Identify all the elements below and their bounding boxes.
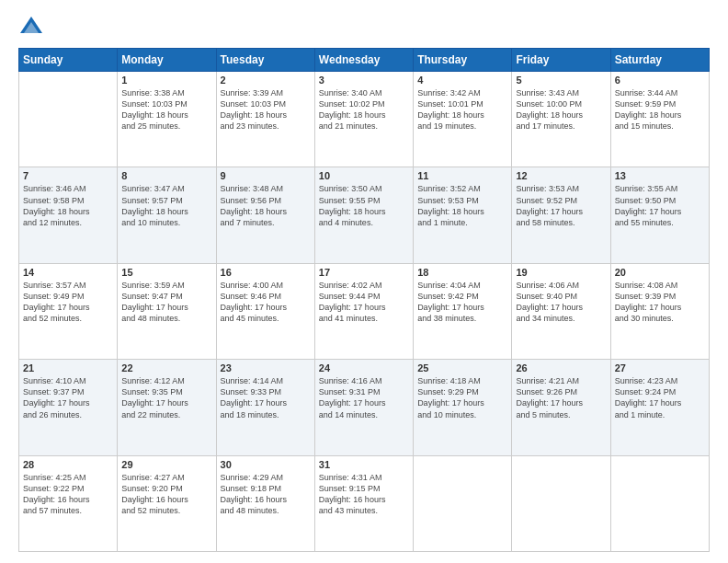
day-info: Sunrise: 3:47 AM Sunset: 9:57 PM Dayligh…: [121, 183, 211, 228]
day-info: Sunrise: 4:04 AM Sunset: 9:42 PM Dayligh…: [417, 280, 507, 325]
day-info: Sunrise: 4:21 AM Sunset: 9:26 PM Dayligh…: [516, 375, 606, 420]
day-number: 13: [615, 170, 705, 181]
day-number: 10: [319, 170, 409, 181]
day-number: 6: [615, 75, 705, 86]
day-number: 2: [221, 75, 311, 86]
calendar-day-cell: 14Sunrise: 3:57 AM Sunset: 9:49 PM Dayli…: [19, 263, 118, 359]
day-number: 23: [221, 362, 311, 373]
day-number: 30: [221, 459, 311, 470]
day-info: Sunrise: 3:39 AM Sunset: 10:03 PM Daylig…: [221, 87, 311, 132]
calendar-day-cell: 21Sunrise: 4:10 AM Sunset: 9:37 PM Dayli…: [19, 360, 118, 455]
calendar-day-cell: 27Sunrise: 4:23 AM Sunset: 9:24 PM Dayli…: [610, 360, 709, 455]
day-info: Sunrise: 4:12 AM Sunset: 9:35 PM Dayligh…: [121, 375, 211, 420]
calendar-day-cell: 24Sunrise: 4:16 AM Sunset: 9:31 PM Dayli…: [314, 360, 413, 455]
calendar-week-row: 21Sunrise: 4:10 AM Sunset: 9:37 PM Dayli…: [19, 360, 710, 455]
empty-day-cell: [19, 72, 118, 167]
day-info: Sunrise: 3:53 AM Sunset: 9:52 PM Dayligh…: [516, 183, 606, 228]
calendar-day-cell: 3Sunrise: 3:40 AM Sunset: 10:02 PM Dayli…: [314, 72, 413, 167]
calendar-day-cell: 29Sunrise: 4:27 AM Sunset: 9:20 PM Dayli…: [118, 455, 216, 551]
day-number: 29: [121, 459, 211, 470]
day-number: 14: [23, 267, 113, 278]
calendar-day-cell: 9Sunrise: 3:48 AM Sunset: 9:56 PM Daylig…: [216, 167, 314, 263]
day-info: Sunrise: 4:29 AM Sunset: 9:18 PM Dayligh…: [221, 472, 311, 517]
weekday-header: Thursday: [414, 49, 512, 72]
day-info: Sunrise: 3:59 AM Sunset: 9:47 PM Dayligh…: [121, 280, 211, 325]
day-number: 19: [516, 267, 606, 278]
day-info: Sunrise: 4:27 AM Sunset: 9:20 PM Dayligh…: [121, 472, 211, 517]
empty-day-cell: [610, 455, 709, 551]
day-info: Sunrise: 4:25 AM Sunset: 9:22 PM Dayligh…: [23, 472, 113, 517]
calendar-day-cell: 8Sunrise: 3:47 AM Sunset: 9:57 PM Daylig…: [118, 167, 216, 263]
empty-day-cell: [414, 455, 512, 551]
day-number: 22: [121, 362, 211, 373]
day-info: Sunrise: 4:08 AM Sunset: 9:39 PM Dayligh…: [615, 280, 705, 325]
day-number: 17: [319, 267, 409, 278]
calendar-day-cell: 23Sunrise: 4:14 AM Sunset: 9:33 PM Dayli…: [216, 360, 314, 455]
day-number: 27: [615, 362, 705, 373]
calendar-day-cell: 12Sunrise: 3:53 AM Sunset: 9:52 PM Dayli…: [512, 167, 610, 263]
day-number: 7: [23, 170, 113, 181]
day-info: Sunrise: 4:23 AM Sunset: 9:24 PM Dayligh…: [615, 375, 705, 420]
calendar-day-cell: 1Sunrise: 3:38 AM Sunset: 10:03 PM Dayli…: [118, 72, 216, 167]
day-number: 8: [121, 170, 211, 181]
day-info: Sunrise: 3:57 AM Sunset: 9:49 PM Dayligh…: [23, 280, 113, 325]
day-info: Sunrise: 3:55 AM Sunset: 9:50 PM Dayligh…: [615, 183, 705, 228]
calendar-header-row: SundayMondayTuesdayWednesdayThursdayFrid…: [19, 49, 710, 72]
day-number: 24: [319, 362, 409, 373]
calendar-day-cell: 7Sunrise: 3:46 AM Sunset: 9:58 PM Daylig…: [19, 167, 118, 263]
calendar-day-cell: 11Sunrise: 3:52 AM Sunset: 9:53 PM Dayli…: [414, 167, 512, 263]
weekday-header: Monday: [118, 49, 216, 72]
day-number: 25: [417, 362, 507, 373]
day-number: 28: [23, 459, 113, 470]
weekday-header: Tuesday: [216, 49, 314, 72]
weekday-header: Friday: [512, 49, 610, 72]
day-number: 11: [417, 170, 507, 181]
calendar-day-cell: 26Sunrise: 4:21 AM Sunset: 9:26 PM Dayli…: [512, 360, 610, 455]
day-info: Sunrise: 3:50 AM Sunset: 9:55 PM Dayligh…: [319, 183, 409, 228]
day-info: Sunrise: 4:06 AM Sunset: 9:40 PM Dayligh…: [516, 280, 606, 325]
calendar-day-cell: 4Sunrise: 3:42 AM Sunset: 10:01 PM Dayli…: [414, 72, 512, 167]
weekday-header: Wednesday: [314, 49, 413, 72]
day-info: Sunrise: 3:46 AM Sunset: 9:58 PM Dayligh…: [23, 183, 113, 228]
weekday-header: Sunday: [19, 49, 118, 72]
calendar-week-row: 28Sunrise: 4:25 AM Sunset: 9:22 PM Dayli…: [19, 455, 710, 551]
calendar-day-cell: 10Sunrise: 3:50 AM Sunset: 9:55 PM Dayli…: [314, 167, 413, 263]
calendar: SundayMondayTuesdayWednesdayThursdayFrid…: [18, 48, 710, 552]
calendar-day-cell: 6Sunrise: 3:44 AM Sunset: 9:59 PM Daylig…: [610, 72, 709, 167]
day-number: 4: [417, 75, 507, 86]
day-info: Sunrise: 3:48 AM Sunset: 9:56 PM Dayligh…: [221, 183, 311, 228]
day-info: Sunrise: 4:00 AM Sunset: 9:46 PM Dayligh…: [221, 280, 311, 325]
day-number: 3: [319, 75, 409, 86]
day-info: Sunrise: 3:44 AM Sunset: 9:59 PM Dayligh…: [615, 87, 705, 132]
calendar-day-cell: 20Sunrise: 4:08 AM Sunset: 9:39 PM Dayli…: [610, 263, 709, 359]
day-number: 9: [221, 170, 311, 181]
day-number: 5: [516, 75, 606, 86]
day-number: 26: [516, 362, 606, 373]
day-info: Sunrise: 3:38 AM Sunset: 10:03 PM Daylig…: [121, 87, 211, 132]
page: SundayMondayTuesdayWednesdayThursdayFrid…: [0, 0, 728, 563]
day-info: Sunrise: 3:42 AM Sunset: 10:01 PM Daylig…: [417, 87, 507, 132]
weekday-header: Saturday: [610, 49, 709, 72]
day-info: Sunrise: 4:02 AM Sunset: 9:44 PM Dayligh…: [319, 280, 409, 325]
day-info: Sunrise: 4:14 AM Sunset: 9:33 PM Dayligh…: [221, 375, 311, 420]
calendar-day-cell: 19Sunrise: 4:06 AM Sunset: 9:40 PM Dayli…: [512, 263, 610, 359]
day-number: 12: [516, 170, 606, 181]
calendar-week-row: 7Sunrise: 3:46 AM Sunset: 9:58 PM Daylig…: [19, 167, 710, 263]
day-info: Sunrise: 3:52 AM Sunset: 9:53 PM Dayligh…: [417, 183, 507, 228]
calendar-day-cell: 16Sunrise: 4:00 AM Sunset: 9:46 PM Dayli…: [216, 263, 314, 359]
logo-icon: [18, 15, 44, 40]
calendar-week-row: 1Sunrise: 3:38 AM Sunset: 10:03 PM Dayli…: [19, 72, 710, 167]
day-info: Sunrise: 4:18 AM Sunset: 9:29 PM Dayligh…: [417, 375, 507, 420]
day-number: 16: [221, 267, 311, 278]
day-number: 15: [121, 267, 211, 278]
header: [18, 15, 710, 40]
day-number: 1: [121, 75, 211, 86]
calendar-day-cell: 15Sunrise: 3:59 AM Sunset: 9:47 PM Dayli…: [118, 263, 216, 359]
day-info: Sunrise: 4:31 AM Sunset: 9:15 PM Dayligh…: [319, 472, 409, 517]
calendar-day-cell: 25Sunrise: 4:18 AM Sunset: 9:29 PM Dayli…: [414, 360, 512, 455]
day-info: Sunrise: 3:40 AM Sunset: 10:02 PM Daylig…: [319, 87, 409, 132]
calendar-week-row: 14Sunrise: 3:57 AM Sunset: 9:49 PM Dayli…: [19, 263, 710, 359]
day-info: Sunrise: 4:16 AM Sunset: 9:31 PM Dayligh…: [319, 375, 409, 420]
calendar-day-cell: 18Sunrise: 4:04 AM Sunset: 9:42 PM Dayli…: [414, 263, 512, 359]
calendar-day-cell: 31Sunrise: 4:31 AM Sunset: 9:15 PM Dayli…: [314, 455, 413, 551]
